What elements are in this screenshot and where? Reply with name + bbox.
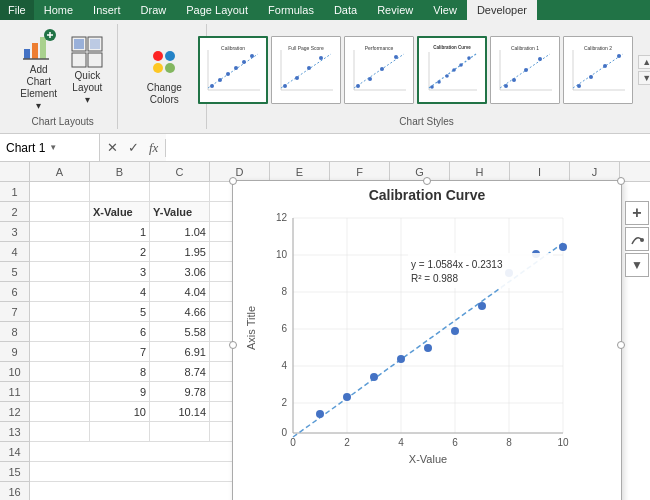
cancel-formula-button[interactable]: ✕: [104, 139, 121, 156]
cell-a11[interactable]: [30, 382, 90, 402]
cell-a4[interactable]: [30, 242, 90, 262]
resize-handle-tc[interactable]: [423, 177, 431, 185]
tab-page-layout[interactable]: Page Layout: [176, 0, 258, 20]
svg-line-64: [573, 54, 623, 88]
resize-handle-ml[interactable]: [229, 341, 237, 349]
cell-c5[interactable]: 3.06: [150, 262, 210, 282]
cell-b4[interactable]: 2: [90, 242, 150, 262]
quick-layout-button[interactable]: QuickLayout ▾: [65, 32, 109, 108]
cell-b10[interactable]: 8: [90, 362, 150, 382]
cell-a7[interactable]: [30, 302, 90, 322]
cell-c7[interactable]: 4.66: [150, 302, 210, 322]
chart-style-4[interactable]: Calibration Curve: [417, 36, 487, 104]
chart-style-5[interactable]: Calibration 1: [490, 36, 560, 104]
svg-text:6: 6: [281, 323, 287, 334]
cell-b2[interactable]: X-Value: [90, 202, 150, 222]
cell-c12[interactable]: 10.14: [150, 402, 210, 422]
confirm-formula-button[interactable]: ✓: [125, 139, 142, 156]
formula-input[interactable]: [166, 134, 650, 161]
cell-c10[interactable]: 8.74: [150, 362, 210, 382]
cell-b5[interactable]: 3: [90, 262, 150, 282]
tab-home[interactable]: Home: [34, 0, 83, 20]
svg-point-26: [250, 54, 254, 58]
col-header-b[interactable]: B: [90, 162, 150, 181]
insert-function-button[interactable]: fx: [146, 139, 161, 157]
cell-c1[interactable]: [150, 182, 210, 202]
chart-elements-button[interactable]: +: [625, 201, 649, 225]
tab-review[interactable]: Review: [367, 0, 423, 20]
tab-view[interactable]: View: [423, 0, 467, 20]
cell-b9[interactable]: 7: [90, 342, 150, 362]
cell-c3[interactable]: 1.04: [150, 222, 210, 242]
svg-text:6: 6: [452, 437, 458, 448]
cell-a13[interactable]: [30, 422, 90, 442]
row-num-2: 2: [0, 202, 29, 222]
resize-handle-tr[interactable]: [617, 177, 625, 185]
cell-b11[interactable]: 9: [90, 382, 150, 402]
cell-b7[interactable]: 5: [90, 302, 150, 322]
tab-file[interactable]: File: [0, 0, 34, 20]
cell-b12[interactable]: 10: [90, 402, 150, 422]
cell-a10[interactable]: [30, 362, 90, 382]
svg-rect-2: [40, 37, 46, 59]
name-box[interactable]: Chart 1 ▼: [0, 134, 100, 161]
cell-a1[interactable]: [30, 182, 90, 202]
col-header-e[interactable]: E: [270, 162, 330, 181]
data-point-4: [397, 355, 405, 363]
chart-style-3[interactable]: Performance: [344, 36, 414, 104]
cell-b13[interactable]: [90, 422, 150, 442]
cell-a3[interactable]: [30, 222, 90, 242]
cell-b3[interactable]: 1: [90, 222, 150, 242]
col-header-g[interactable]: G: [390, 162, 450, 181]
add-chart-element-button[interactable]: Add ChartElement ▾: [16, 26, 61, 114]
cell-b6[interactable]: 4: [90, 282, 150, 302]
cell-a9[interactable]: [30, 342, 90, 362]
cell-a12[interactable]: [30, 402, 90, 422]
cell-a8[interactable]: [30, 322, 90, 342]
cell-a2[interactable]: [30, 202, 90, 222]
scroll-up-icon[interactable]: ▲: [638, 55, 650, 69]
cell-c13[interactable]: [150, 422, 210, 442]
row-num-12: 12: [0, 402, 29, 422]
data-point-7: [478, 302, 486, 310]
chart-container[interactable]: Calibration Curve 0: [232, 180, 622, 500]
tab-insert[interactable]: Insert: [83, 0, 131, 20]
chart-filters-button[interactable]: ▼: [625, 253, 649, 277]
chart-style-1[interactable]: Calibration: [198, 36, 268, 104]
change-colors-button[interactable]: Change Colors: [130, 44, 198, 108]
svg-point-39: [356, 84, 360, 88]
tab-formulas[interactable]: Formulas: [258, 0, 324, 20]
cell-b1[interactable]: [90, 182, 150, 202]
style-scroll-controls[interactable]: ▲ ▼: [638, 55, 650, 85]
cell-c8[interactable]: 5.58: [150, 322, 210, 342]
tab-draw[interactable]: Draw: [131, 0, 177, 20]
svg-point-48: [437, 80, 441, 84]
cell-c11[interactable]: 9.78: [150, 382, 210, 402]
row-num-5: 5: [0, 262, 29, 282]
chart-style-6[interactable]: Calibration 2: [563, 36, 633, 104]
tab-data[interactable]: Data: [324, 0, 367, 20]
col-header-c[interactable]: C: [150, 162, 210, 181]
cell-a6[interactable]: [30, 282, 90, 302]
col-header-j[interactable]: J: [570, 162, 620, 181]
col-header-i[interactable]: I: [510, 162, 570, 181]
resize-handle-mr[interactable]: [617, 341, 625, 349]
cell-c6[interactable]: 4.04: [150, 282, 210, 302]
cell-c9[interactable]: 6.91: [150, 342, 210, 362]
quick-layout-label: QuickLayout ▾: [69, 70, 105, 106]
col-header-a[interactable]: A: [30, 162, 90, 181]
tab-developer[interactable]: Developer: [467, 0, 537, 20]
scroll-down-icon[interactable]: ▼: [638, 71, 650, 85]
cell-b8[interactable]: 6: [90, 322, 150, 342]
svg-point-67: [603, 64, 607, 68]
chart-styles-button[interactable]: [625, 227, 649, 251]
col-header-h[interactable]: H: [450, 162, 510, 181]
resize-handle-tl[interactable]: [229, 177, 237, 185]
row-num-15: 15: [0, 462, 29, 482]
cell-a5[interactable]: [30, 262, 90, 282]
cell-c2[interactable]: Y-Value: [150, 202, 210, 222]
cell-c4[interactable]: 1.95: [150, 242, 210, 262]
col-header-d[interactable]: D: [210, 162, 270, 181]
chart-style-2[interactable]: Full Page Score: [271, 36, 341, 104]
col-header-f[interactable]: F: [330, 162, 390, 181]
